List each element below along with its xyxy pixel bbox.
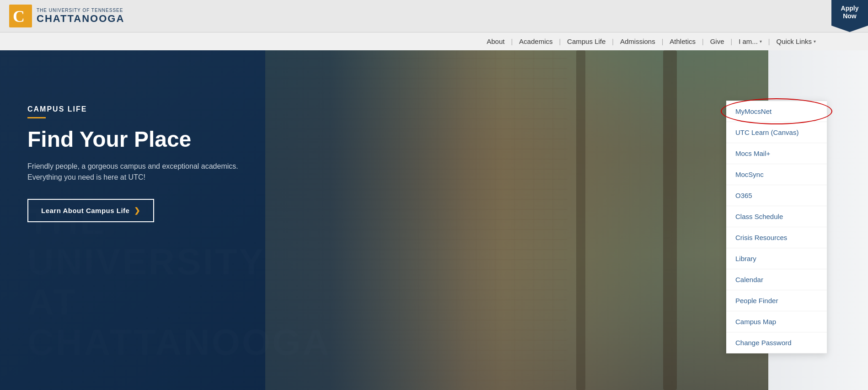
chevron-down-icon-iam: ▾ — [760, 39, 762, 44]
dropdown-item-mocsync[interactable]: MocSync — [726, 164, 827, 185]
main-nav: About | Academics | Campus Life | Admiss… — [0, 32, 868, 50]
arrow-right-icon: ❯ — [134, 206, 140, 215]
top-header: C THE UNIVERSITY OF TENNESSEE CHATTANOOG… — [0, 0, 868, 32]
dropdown-item-crisis-resources[interactable]: Crisis Resources — [726, 227, 827, 248]
dropdown-item-class-schedule[interactable]: Class Schedule — [726, 206, 827, 227]
dropdown-item-o365[interactable]: O365 — [726, 185, 827, 206]
dropdown-item-people-finder[interactable]: People Finder — [726, 290, 827, 311]
nav-item-campus-life[interactable]: Campus Life — [561, 32, 612, 50]
hero-description: Friendly people, a gorgeous campus and e… — [27, 161, 265, 183]
university-name-big: CHATTANOOGA — [37, 13, 124, 25]
university-name-small: THE UNIVERSITY OF TENNESSEE — [37, 8, 124, 13]
section-label: CAMPUS LIFE — [27, 105, 265, 113]
nav-item-admissions[interactable]: Admissions — [614, 32, 662, 50]
logo-text-block: THE UNIVERSITY OF TENNESSEE CHATTANOOGA — [37, 8, 124, 25]
nav-item-athletics[interactable]: Athletics — [663, 32, 702, 50]
svg-text:C: C — [13, 7, 25, 26]
chevron-down-icon-quicklinks: ▾ — [814, 39, 816, 44]
hero-title: Find Your Place — [27, 128, 265, 152]
dropdown-item-utc-learn[interactable]: UTC Learn (Canvas) — [726, 122, 827, 143]
section-label-underline — [27, 117, 46, 118]
dropdown-item-calendar[interactable]: Calendar — [726, 269, 827, 290]
nav-item-about[interactable]: About — [480, 32, 511, 50]
dropdown-item-library[interactable]: Library — [726, 248, 827, 269]
learn-about-campus-life-button[interactable]: Learn About Campus Life ❯ — [27, 199, 154, 222]
dropdown-item-mocs-mail[interactable]: Mocs Mail+ — [726, 143, 827, 164]
quick-links-dropdown: MyMocsNet UTC Learn (Canvas) Mocs Mail+ … — [726, 101, 827, 353]
dropdown-item-mymocsnet[interactable]: MyMocsNet — [726, 101, 827, 122]
learn-btn-label: Learn About Campus Life — [41, 207, 129, 214]
nav-item-academics[interactable]: Academics — [513, 32, 559, 50]
nav-item-quick-links[interactable]: Quick Links ▾ — [770, 32, 822, 50]
utc-logo-icon: C — [9, 5, 32, 27]
dropdown-item-campus-map[interactable]: Campus Map — [726, 311, 827, 332]
nav-item-i-am[interactable]: I am... ▾ — [732, 32, 768, 50]
nav-item-give[interactable]: Give — [704, 32, 731, 50]
hero-content: CAMPUS LIFE Find Your Place Friendly peo… — [27, 105, 265, 222]
hero-section: THE UNIVERSITY AT CHATTANOOGA CAMPUS LIF… — [0, 50, 868, 390]
apply-now-label: Apply Now — [841, 5, 859, 20]
logo-area[interactable]: C THE UNIVERSITY OF TENNESSEE CHATTANOOG… — [9, 5, 124, 27]
apply-now-button[interactable]: Apply Now — [831, 0, 868, 32]
dropdown-item-change-password[interactable]: Change Password — [726, 332, 827, 353]
